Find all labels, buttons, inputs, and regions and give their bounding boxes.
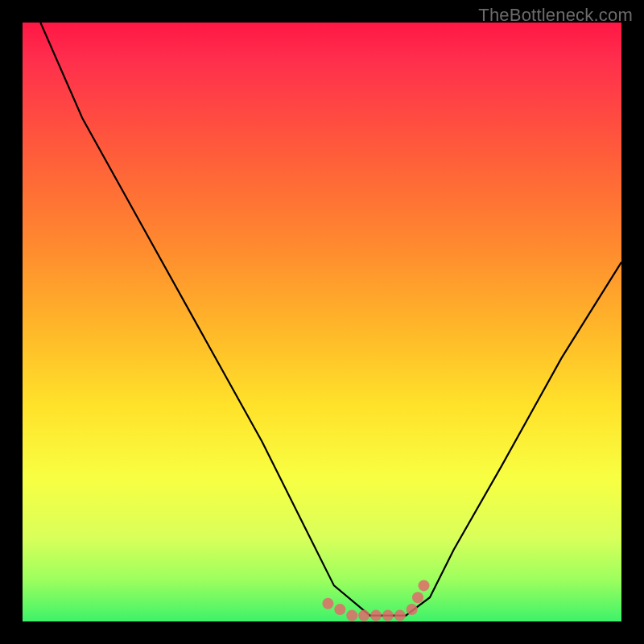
valley-dot (419, 580, 430, 591)
valley-dot (370, 610, 382, 621)
valley-dot (346, 610, 357, 621)
valley-dot (394, 610, 406, 621)
bottleneck-curve (40, 23, 621, 616)
valley-dot (407, 604, 418, 615)
curve-layer (23, 23, 621, 621)
valley-dot (358, 610, 369, 621)
plot-area (23, 23, 621, 621)
valley-dot (322, 598, 333, 609)
valley-dots (322, 580, 429, 621)
valley-dot (382, 610, 394, 621)
valley-dot (334, 604, 345, 615)
valley-dot (412, 592, 423, 603)
watermark-text: TheBottleneck.com (478, 5, 633, 26)
chart-frame: TheBottleneck.com (0, 0, 644, 644)
